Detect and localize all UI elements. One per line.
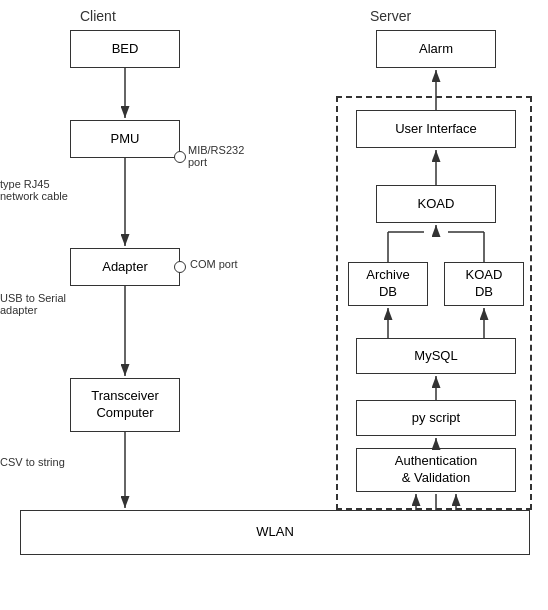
adapter-label: Adapter — [102, 259, 148, 276]
wlan-label: WLAN — [256, 524, 294, 541]
server-dashed-container — [336, 96, 532, 510]
bed-box: BED — [70, 30, 180, 68]
transceiver-box: Transceiver Computer — [70, 378, 180, 432]
alarm-label: Alarm — [419, 41, 453, 58]
rj45-label: type RJ45 network cable — [0, 178, 68, 202]
adapter-box: Adapter — [70, 248, 180, 286]
bed-label: BED — [112, 41, 139, 58]
com-port-circle — [174, 261, 186, 273]
client-label: Client — [80, 8, 116, 24]
pmu-label: PMU — [111, 131, 140, 148]
pmu-box: PMU — [70, 120, 180, 158]
alarm-box: Alarm — [376, 30, 496, 68]
wlan-box: WLAN — [20, 510, 530, 555]
csv-string-label: CSV to string — [0, 456, 65, 468]
mib-rs232-label: MIB/RS232 port — [188, 144, 244, 168]
server-label: Server — [370, 8, 411, 24]
transceiver-label: Transceiver Computer — [91, 388, 158, 422]
usb-serial-label: USB to Serial adapter — [0, 292, 68, 316]
com-port-label: COM port — [190, 258, 238, 270]
diagram: Client Server BED PMU Adapter Transceive… — [0, 0, 548, 610]
mib-rs232-circle — [174, 151, 186, 163]
